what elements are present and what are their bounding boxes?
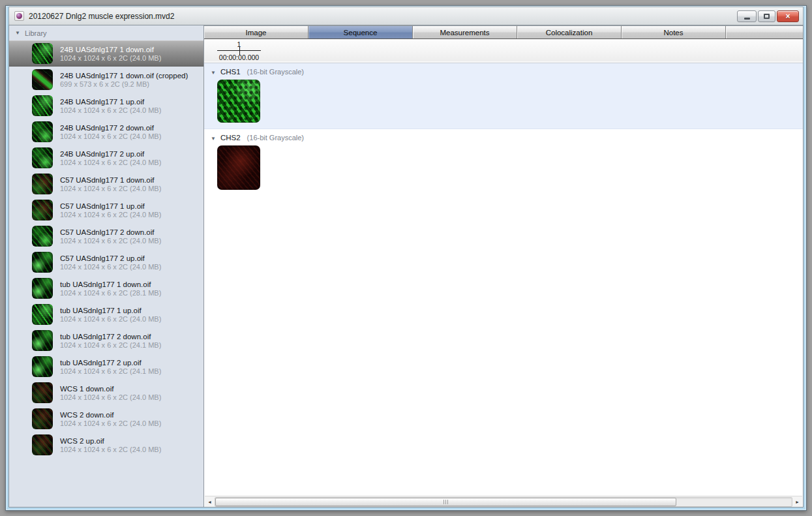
item-info: 1024 x 1024 x 6 x 2C (24.0 MB) xyxy=(60,419,161,427)
library-item[interactable]: tub UASdnlg177 1 down.oif1024 x 1024 x 6… xyxy=(9,275,203,301)
library-item[interactable]: WCS 1 down.oif1024 x 1024 x 6 x 2C (24.0… xyxy=(9,380,203,406)
channel-format: (16-bit Grayscale) xyxy=(247,134,304,142)
library-header[interactable]: ▼ Library xyxy=(9,25,203,40)
item-name: C57 UASdnlg177 1 up.oif xyxy=(60,202,161,210)
main-panel: Image Sequence Measurements Colocalizati… xyxy=(204,25,803,507)
item-info: 1024 x 1024 x 6 x 2C (24.0 MB) xyxy=(60,106,161,114)
library-item[interactable]: WCS 2 down.oif1024 x 1024 x 6 x 2C (24.0… xyxy=(9,406,203,432)
timeline-axis xyxy=(217,50,261,51)
item-name: C57 UASdnlg177 2 up.oif xyxy=(60,254,161,262)
close-button[interactable]: × xyxy=(777,10,799,22)
item-name: 24B UASdnlg177 1 down.oif xyxy=(60,46,161,53)
library-list: 24B UASdnlg177 1 down.oif1024 x 1024 x 6… xyxy=(9,40,203,507)
image-thumbnail xyxy=(32,121,53,142)
library-item[interactable]: C57 UASdnlg177 2 down.oif1024 x 1024 x 6… xyxy=(9,223,203,249)
tab-colocalization[interactable]: Colocalization xyxy=(517,26,622,38)
library-item[interactable]: C57 UASdnlg177 1 up.oif1024 x 1024 x 6 x… xyxy=(9,197,203,223)
item-name: 24B UASdnlg177 1 down.oif (cropped) xyxy=(60,72,188,80)
disclosure-triangle-icon[interactable]: ▼ xyxy=(211,136,216,142)
maximize-icon xyxy=(764,14,770,19)
library-panel: ▼ Library 24B UASdnlg177 1 down.oif1024 … xyxy=(9,25,204,507)
item-info: 1024 x 1024 x 6 x 2C (24.0 MB) xyxy=(60,211,161,219)
titlebar[interactable]: 20120627 Dnlg2 muscle expression.mvd2 × xyxy=(8,7,804,25)
item-info: 699 x 573 x 6 x 2C (9.2 MB) xyxy=(60,80,188,88)
library-item[interactable]: WCS 2 up.oif1024 x 1024 x 6 x 2C (24.0 M… xyxy=(9,432,203,458)
scrollbar-track[interactable] xyxy=(215,497,792,507)
tab-bar-filler xyxy=(726,26,803,38)
horizontal-scrollbar[interactable]: ◄ ► xyxy=(205,496,802,507)
timeline-tick xyxy=(239,47,240,55)
tab-image[interactable]: Image xyxy=(204,26,308,38)
minimize-button[interactable] xyxy=(737,10,757,22)
timeline-bar[interactable]: 1 00:00:00.000 xyxy=(204,39,803,63)
library-item[interactable]: C57 UASdnlg177 2 up.oif1024 x 1024 x 6 x… xyxy=(9,249,203,275)
item-name: tub UASdnlg177 1 down.oif xyxy=(60,281,161,288)
image-thumbnail xyxy=(32,95,53,116)
image-thumbnail xyxy=(32,356,53,377)
library-item[interactable]: tub UASdnlg177 2 down.oif1024 x 1024 x 6… xyxy=(9,327,203,354)
channel-section-chs2[interactable]: ▼ CHS2 (16-bit Grayscale) xyxy=(204,129,803,196)
tab-bar: Image Sequence Measurements Colocalizati… xyxy=(204,25,803,39)
image-thumbnail xyxy=(32,408,53,429)
library-item[interactable]: 24B UASdnlg177 2 down.oif1024 x 1024 x 6… xyxy=(9,119,203,145)
scroll-right-icon: ► xyxy=(795,500,800,504)
image-thumbnail xyxy=(32,330,53,351)
image-thumbnail xyxy=(32,200,53,220)
item-info: 1024 x 1024 x 6 x 2C (24.0 MB) xyxy=(60,185,161,192)
item-name: C57 UASdnlg177 1 down.oif xyxy=(60,176,161,184)
image-thumbnail xyxy=(32,434,53,455)
item-info: 1024 x 1024 x 6 x 2C (24.0 MB) xyxy=(60,446,161,453)
library-item[interactable]: tub UASdnlg177 2 up.oif1024 x 1024 x 6 x… xyxy=(9,354,203,380)
item-name: WCS 1 down.oif xyxy=(60,385,161,393)
scrollbar-grip-icon xyxy=(444,500,449,504)
channel-name: CHS1 xyxy=(220,68,241,76)
item-info: 1024 x 1024 x 6 x 2C (24.1 MB) xyxy=(60,341,161,349)
library-item[interactable]: 24B UASdnlg177 1 down.oif (cropped)699 x… xyxy=(9,67,203,93)
library-item[interactable]: 24B UASdnlg177 2 up.oif1024 x 1024 x 6 x… xyxy=(9,145,203,171)
scroll-left-button[interactable]: ◄ xyxy=(205,497,215,507)
item-info: 1024 x 1024 x 6 x 2C (24.0 MB) xyxy=(60,393,161,401)
tab-sequence[interactable]: Sequence xyxy=(308,26,413,38)
tab-measurements[interactable]: Measurements xyxy=(413,26,517,38)
tab-notes[interactable]: Notes xyxy=(622,26,726,38)
item-info: 1024 x 1024 x 6 x 2C (24.1 MB) xyxy=(60,367,161,375)
item-name: tub UASdnlg177 2 down.oif xyxy=(60,333,161,341)
item-name: tub UASdnlg177 2 up.oif xyxy=(60,359,161,367)
channel-frame-thumbnail[interactable] xyxy=(217,145,260,190)
app-window: 20120627 Dnlg2 muscle expression.mvd2 × … xyxy=(5,5,807,511)
channel-frame-thumbnail[interactable] xyxy=(217,80,260,123)
timeline-marker: 1 00:00:00.000 xyxy=(217,40,261,61)
item-name: 24B UASdnlg177 2 up.oif xyxy=(60,150,161,158)
scrollbar-thumb[interactable] xyxy=(215,498,676,506)
channel-header: ▼ CHS2 (16-bit Grayscale) xyxy=(204,129,803,142)
maximize-button[interactable] xyxy=(758,10,775,22)
item-name: C57 UASdnlg177 2 down.oif xyxy=(60,228,161,236)
scroll-left-icon: ◄ xyxy=(207,500,212,504)
disclosure-triangle-icon[interactable]: ▼ xyxy=(211,70,216,76)
item-name: WCS 2 down.oif xyxy=(60,411,161,419)
window-title: 20120627 Dnlg2 muscle expression.mvd2 xyxy=(29,12,737,21)
image-thumbnail xyxy=(32,278,53,299)
item-name: WCS 2 up.oif xyxy=(60,437,161,445)
channel-section-chs1[interactable]: ▼ CHS1 (16-bit Grayscale) xyxy=(204,63,803,129)
minimize-icon xyxy=(744,18,750,20)
image-thumbnail xyxy=(32,69,53,90)
image-thumbnail xyxy=(32,304,53,325)
library-item[interactable]: tub UASdnlg177 1 up.oif1024 x 1024 x 6 x… xyxy=(9,301,203,327)
scroll-right-button[interactable]: ► xyxy=(792,497,802,507)
item-info: 1024 x 1024 x 6 x 2C (28.1 MB) xyxy=(60,289,161,297)
item-info: 1024 x 1024 x 6 x 2C (24.0 MB) xyxy=(60,263,161,271)
library-item[interactable]: 24B UASdnlg177 1 up.oif1024 x 1024 x 6 x… xyxy=(9,93,203,119)
item-name: tub UASdnlg177 1 up.oif xyxy=(60,307,161,314)
item-info: 1024 x 1024 x 6 x 2C (24.0 MB) xyxy=(60,315,161,323)
image-thumbnail xyxy=(32,147,53,168)
library-label: Library xyxy=(25,29,47,37)
sequence-view: ▼ CHS1 (16-bit Grayscale) ▼ CHS2 (16-bit… xyxy=(204,63,803,496)
window-controls: × xyxy=(737,10,799,22)
window-content: ▼ Library 24B UASdnlg177 1 down.oif1024 … xyxy=(8,25,804,508)
channel-name: CHS2 xyxy=(220,134,241,142)
library-item[interactable]: 24B UASdnlg177 1 down.oif1024 x 1024 x 6… xyxy=(9,40,203,67)
library-item[interactable]: C57 UASdnlg177 1 down.oif1024 x 1024 x 6… xyxy=(9,171,203,197)
item-name: 24B UASdnlg177 1 up.oif xyxy=(60,98,161,106)
item-info: 1024 x 1024 x 6 x 2C (24.0 MB) xyxy=(60,54,161,62)
